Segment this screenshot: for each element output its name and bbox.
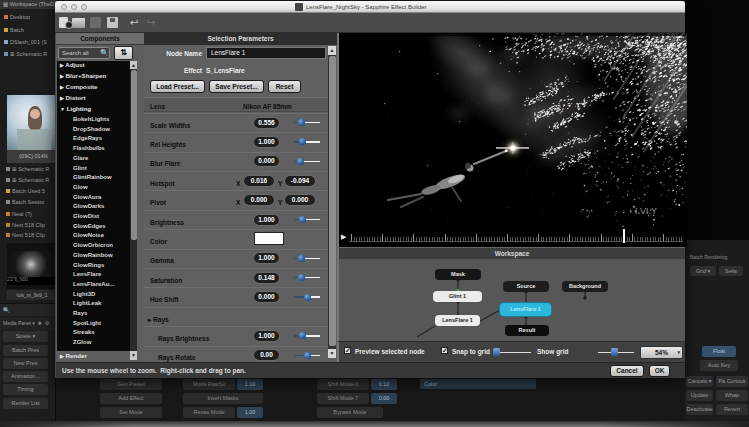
svg-text:I.VI.Y: I.VI.Y: [635, 206, 657, 216]
